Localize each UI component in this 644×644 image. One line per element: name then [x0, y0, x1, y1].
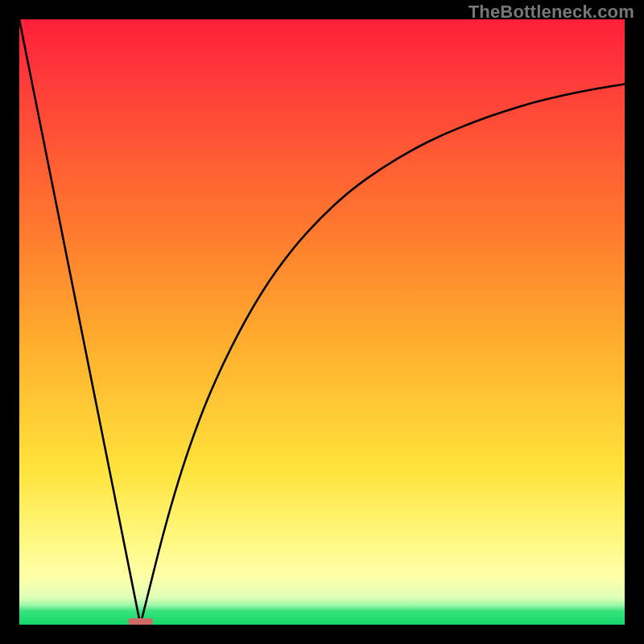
curve-right-rise	[140, 84, 625, 625]
optimum-marker	[128, 618, 154, 625]
curve-left-descent	[19, 19, 140, 625]
chart-stage: TheBottleneck.com	[0, 0, 644, 644]
watermark-text: TheBottleneck.com	[469, 2, 634, 23]
curve-layer	[19, 19, 625, 625]
plot-area	[19, 19, 625, 625]
